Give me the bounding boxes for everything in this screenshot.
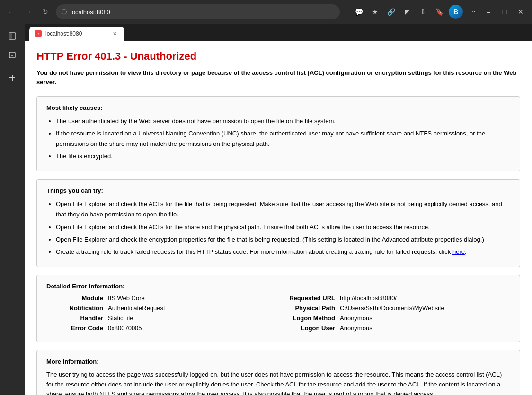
list-item: If the resource is located on a Universa… bbox=[56, 128, 510, 149]
list-item: Open File Explorer and check the ACLs fo… bbox=[56, 222, 510, 233]
things-to-try-list: Open File Explorer and check the ACLs fo… bbox=[46, 199, 510, 257]
sidebar-history-btn[interactable] bbox=[4, 46, 21, 63]
notification-label: Notification bbox=[46, 305, 108, 312]
things-to-try-title: Things you can try: bbox=[46, 187, 510, 194]
tab-favicon: ! bbox=[35, 30, 42, 37]
svg-rect-1 bbox=[9, 33, 12, 39]
list-item: Open File Explorer and check the encrypt… bbox=[56, 234, 510, 245]
sidebar bbox=[0, 24, 25, 395]
tab-bar: ! localhost:8080 ✕ bbox=[25, 24, 532, 41]
url-text: localhost:8080 bbox=[71, 9, 110, 16]
list-item: Open File Explorer and check the ACLs fo… bbox=[56, 199, 510, 220]
favorites-button[interactable]: ★ bbox=[368, 5, 381, 18]
here-link[interactable]: here bbox=[452, 248, 465, 255]
error-row-notification: Notification AuthenticateRequest bbox=[46, 305, 278, 312]
logon-user-label: Logon User bbox=[278, 324, 340, 332]
error-info-table: Module IIS Web Core Notification Authent… bbox=[46, 295, 510, 334]
error-code-label: Error Code bbox=[46, 324, 108, 332]
sidebar-add-btn[interactable] bbox=[4, 69, 21, 86]
read-aloud-button[interactable]: 💬 bbox=[352, 5, 365, 18]
sidebar-tab-btn[interactable] bbox=[4, 27, 21, 45]
detailed-error-section: Detailed Error Information: Module IIS W… bbox=[36, 275, 520, 342]
detailed-error-title: Detailed Error Information: bbox=[46, 283, 510, 290]
error-title: HTTP Error 401.3 - Unauthorized bbox=[36, 50, 520, 63]
lock-icon: ⓘ bbox=[62, 9, 67, 16]
requested-url-value: http://localhost:8080/ bbox=[340, 295, 397, 302]
more-button[interactable]: ⋯ bbox=[466, 5, 479, 18]
error-code-value: 0x80070005 bbox=[108, 324, 142, 332]
browser-extension-button[interactable]: 🔗 bbox=[384, 5, 398, 18]
page-content: HTTP Error 401.3 - Unauthorized You do n… bbox=[25, 41, 532, 395]
maximize-button[interactable]: □ bbox=[498, 5, 511, 18]
list-item: Create a tracing rule to track failed re… bbox=[56, 247, 510, 257]
module-label: Module bbox=[46, 295, 108, 302]
toolbar-right: 💬 ★ 🔗 ◤ ⇩ 🔖 B ⋯ – □ ✕ bbox=[352, 5, 527, 19]
error-row-code: Error Code 0x80070005 bbox=[46, 324, 278, 332]
logon-method-label: Logon Method bbox=[278, 314, 340, 322]
error-table-right: Requested URL http://localhost:8080/ Phy… bbox=[278, 295, 510, 334]
browser-toolbar: ← → ↻ ⓘ localhost:8080 💬 ★ 🔗 ◤ ⇩ 🔖 B ⋯ –… bbox=[0, 0, 532, 24]
error-row-handler: Handler StaticFile bbox=[46, 314, 278, 322]
minimize-button[interactable]: – bbox=[482, 5, 495, 18]
notification-value: AuthenticateRequest bbox=[108, 305, 165, 312]
forward-button[interactable]: → bbox=[22, 5, 35, 18]
active-tab[interactable]: ! localhost:8080 ✕ bbox=[29, 27, 124, 41]
split-screen-button[interactable]: ◤ bbox=[400, 5, 414, 18]
download-button[interactable]: ⇩ bbox=[417, 5, 430, 18]
main-content-area: HTTP Error 401.3 - Unauthorized You do n… bbox=[25, 41, 532, 395]
close-button[interactable]: ✕ bbox=[514, 5, 527, 18]
error-row-module: Module IIS Web Core bbox=[46, 295, 278, 302]
error-row-physical-path: Physical Path C:\Users\Sathi\Documents\M… bbox=[278, 305, 510, 312]
collections-button[interactable]: 🔖 bbox=[433, 5, 446, 18]
module-value: IIS Web Core bbox=[108, 295, 145, 302]
error-row-url: Requested URL http://localhost:8080/ bbox=[278, 295, 510, 302]
logon-user-value: Anonymous bbox=[340, 324, 372, 332]
error-row-logon-method: Logon Method Anonymous bbox=[278, 314, 510, 322]
svg-rect-2 bbox=[9, 52, 15, 58]
more-info-title: More Information: bbox=[46, 358, 510, 365]
likely-causes-section: Most likely causes: The user authenticat… bbox=[36, 96, 520, 171]
more-info-section: More Information: The user trying to acc… bbox=[36, 350, 520, 395]
physical-path-label: Physical Path bbox=[278, 305, 340, 312]
error-table-left: Module IIS Web Core Notification Authent… bbox=[46, 295, 278, 334]
address-bar[interactable]: ⓘ localhost:8080 bbox=[56, 4, 340, 19]
tab-close-button[interactable]: ✕ bbox=[111, 30, 118, 37]
likely-causes-title: Most likely causes: bbox=[46, 104, 510, 111]
logon-method-value: Anonymous bbox=[340, 314, 372, 322]
likely-causes-list: The user authenticated by the Web server… bbox=[46, 116, 510, 162]
tab-title: localhost:8080 bbox=[45, 30, 82, 37]
refresh-button[interactable]: ↻ bbox=[39, 5, 52, 18]
back-button[interactable]: ← bbox=[5, 5, 18, 18]
list-item: The file is encrypted. bbox=[56, 151, 510, 162]
error-description: You do not have permission to view this … bbox=[36, 68, 520, 87]
physical-path-value: C:\Users\Sathi\Documents\MyWebsite bbox=[340, 305, 444, 312]
bing-button[interactable]: B bbox=[449, 5, 463, 19]
requested-url-label: Requested URL bbox=[278, 295, 340, 302]
more-info-body: The user trying to access the page was s… bbox=[46, 370, 510, 395]
error-row-logon-user: Logon User Anonymous bbox=[278, 324, 510, 332]
handler-label: Handler bbox=[46, 314, 108, 322]
handler-value: StaticFile bbox=[108, 314, 133, 322]
list-item: The user authenticated by the Web server… bbox=[56, 116, 510, 126]
things-to-try-section: Things you can try: Open File Explorer a… bbox=[36, 179, 520, 267]
